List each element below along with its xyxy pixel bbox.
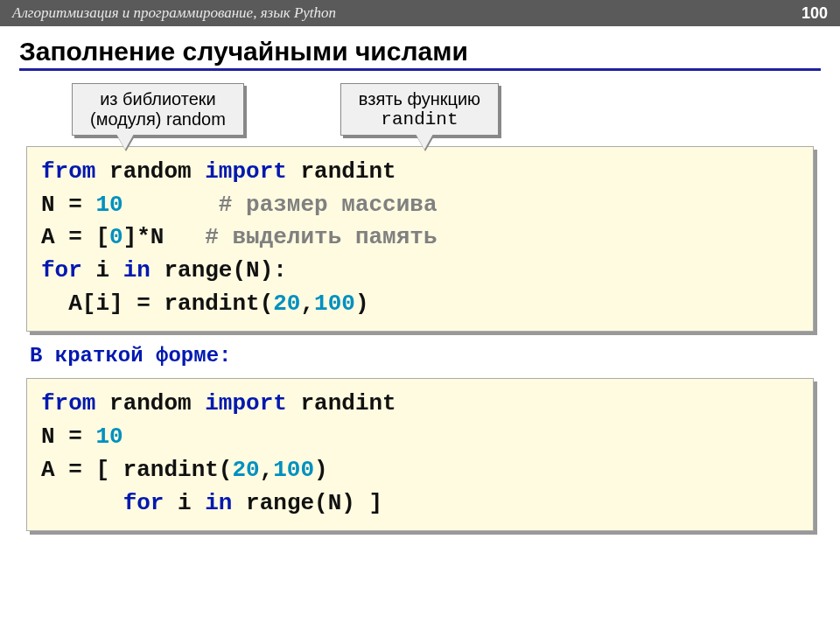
content-area: Заполнение случайными числами из библиот… [0,26,840,531]
header-bar: Алгоритмизация и программирование, язык … [0,0,840,26]
code-comment: # размер массива [219,192,438,218]
code-text: range(N): [150,257,287,284]
code-text: randint [287,390,396,416]
callout-text: взять функцию [359,89,480,109]
code-text: ) [314,457,341,483]
code-keyword: for [41,257,82,284]
code-keyword: in [123,257,150,284]
code-text: N = [41,424,95,450]
code-comment: # выделить память [205,224,437,250]
code-text: , [300,290,314,317]
code-text: , [260,457,274,483]
callout-text: (модуля) random [90,109,226,130]
callouts-row: из библиотеки (модуля) random взять функ… [19,83,821,136]
header-title: Алгоритмизация и программирование, язык … [12,4,336,22]
subtitle-short-form: В краткой форме: [30,344,821,368]
code-text: random [95,390,205,416]
code-number: 20 [273,290,300,317]
code-keyword: from [41,158,95,185]
code-keyword: import [205,390,287,416]
code-text: A = [ randint( [41,457,232,483]
code-block-short: from random import randint N = 10 A = [ … [26,378,814,531]
code-number: 20 [232,457,259,483]
code-text: A = [ [41,224,109,250]
code-text: ) [355,290,369,317]
code-text: A[i] = randint( [41,290,273,317]
code-text: ]*N [123,224,206,250]
code-text: range(N) ] [232,490,382,516]
code-number: 10 [95,424,122,450]
page-title: Заполнение случайными числами [19,37,821,71]
code-text [123,192,219,218]
header-page-number: 100 [802,4,828,23]
code-keyword: from [41,390,95,416]
code-text: randint [287,158,396,185]
callout-function: взять функцию randint [340,83,499,136]
code-block-full: from random import randint N = 10 # разм… [26,146,814,332]
code-number: 100 [273,457,314,483]
callout-text: из библиотеки [90,89,226,109]
code-number: 0 [109,224,123,250]
code-keyword: import [205,158,287,185]
callout-text: randint [359,109,480,130]
code-number: 100 [314,290,355,317]
code-text: N = [41,192,95,218]
code-text: i [164,490,205,516]
code-keyword: for [123,490,164,516]
code-text: i [82,257,123,284]
code-number: 10 [95,192,122,218]
code-keyword: in [205,490,232,516]
callout-module: из библиотеки (модуля) random [72,83,244,136]
code-text: random [95,158,205,185]
code-text [41,490,123,516]
